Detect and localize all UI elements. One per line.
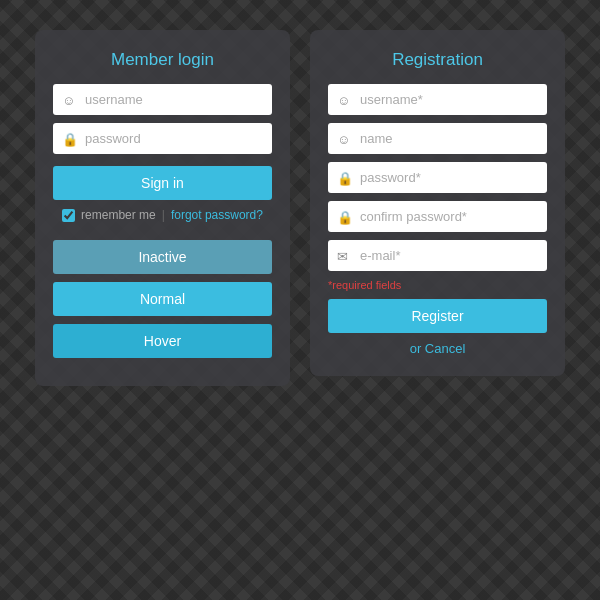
inactive-button[interactable]: Inactive [53,240,272,274]
remember-me-checkbox[interactable] [62,209,75,222]
reg-password-field-group: 🔒 [328,162,547,193]
remember-label: remember me [81,208,156,222]
cancel-link[interactable]: or Cancel [328,341,547,356]
password-field-group: 🔒 [53,123,272,154]
reg-password-input[interactable] [328,162,547,193]
required-fields-note: *required fields [328,279,547,291]
login-username-input[interactable] [53,84,272,115]
reg-name-input[interactable] [328,123,547,154]
registration-card: Registration ☺ ☺ 🔒 🔒 ✉ *required fields … [310,30,565,376]
login-password-input[interactable] [53,123,272,154]
reg-email-field-group: ✉ [328,240,547,271]
reg-confirm-password-field-group: 🔒 [328,201,547,232]
signin-button[interactable]: Sign in [53,166,272,200]
normal-button[interactable]: Normal [53,282,272,316]
reg-username-input[interactable] [328,84,547,115]
reg-name-field-group: ☺ [328,123,547,154]
forgot-password-link[interactable]: forgot password? [171,208,263,222]
reg-username-field-group: ☺ [328,84,547,115]
username-field-group: ☺ [53,84,272,115]
login-card: Member login ☺ 🔒 Sign in remember me | f… [35,30,290,386]
registration-title: Registration [328,50,547,70]
hover-button[interactable]: Hover [53,324,272,358]
reg-email-input[interactable] [328,240,547,271]
reg-confirm-password-input[interactable] [328,201,547,232]
remember-row: remember me | forgot password? [53,208,272,222]
register-button[interactable]: Register [328,299,547,333]
login-title: Member login [53,50,272,70]
